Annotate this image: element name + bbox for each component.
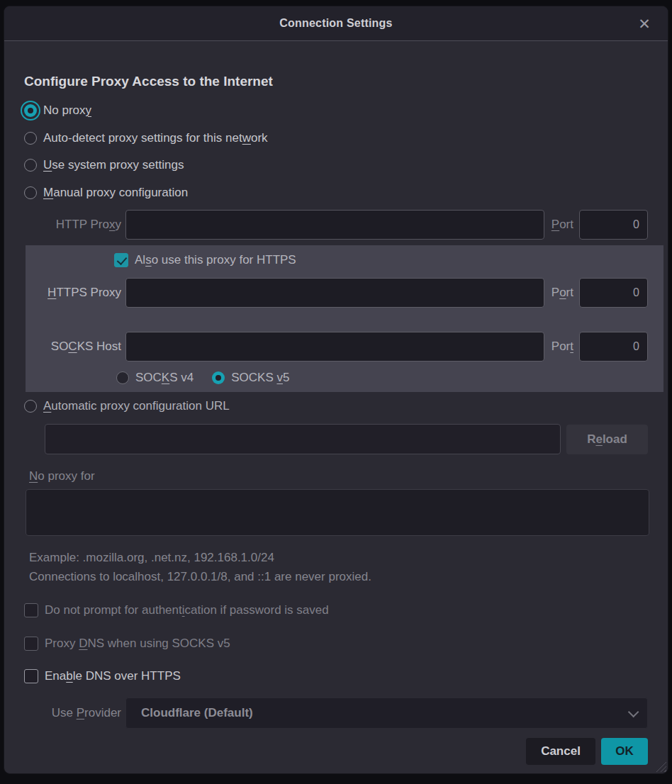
https-port-label: Port — [551, 286, 573, 300]
http-proxy-label: HTTP Proxy — [24, 218, 121, 232]
radio-socks-v4-label: SOCKS v4 — [135, 371, 194, 385]
socks-version-row: SOCKS v4 SOCKS v5 — [116, 370, 648, 386]
dialog-content: Configure Proxy Access to the Internet N… — [4, 41, 668, 773]
socks-port-label: Port — [551, 340, 573, 354]
page-title: Configure Proxy Access to the Internet — [24, 74, 648, 91]
reload-button[interactable]: Reload — [566, 425, 648, 454]
http-proxy-row: HTTP Proxy Port — [24, 210, 648, 240]
http-port-label: Port — [551, 218, 573, 232]
cancel-button[interactable]: Cancel — [526, 738, 595, 765]
http-port-input[interactable] — [579, 210, 648, 240]
provider-select[interactable]: Cloudflare (Default) — [125, 698, 648, 729]
chevron-down-icon — [628, 706, 639, 717]
checkbox-icon — [114, 253, 128, 267]
radio-icon — [24, 186, 37, 199]
checkbox-proxy-dns-socks5-label: Proxy DNS when using SOCKS v5 — [45, 637, 230, 651]
checkbox-enable-doh[interactable]: Enable DNS over HTTPS — [24, 668, 648, 685]
radio-icon — [24, 159, 37, 172]
checkbox-icon — [24, 603, 38, 617]
provider-value: Cloudflare (Default) — [141, 706, 628, 720]
ok-button[interactable]: OK — [601, 738, 648, 765]
close-icon: ✕ — [638, 16, 651, 31]
radio-no-proxy[interactable]: No proxy — [24, 102, 648, 119]
close-button[interactable]: ✕ — [634, 6, 655, 40]
checkbox-icon — [24, 669, 38, 683]
https-proxy-label: HTTPS Proxy — [26, 286, 121, 300]
socks-host-input[interactable] — [125, 332, 544, 362]
auto-url-row: Reload — [45, 424, 648, 454]
radio-icon — [24, 400, 37, 413]
radio-icon — [212, 371, 225, 384]
radio-socks-v5[interactable]: SOCKS v5 — [212, 369, 289, 386]
provider-row: Use Provider Cloudflare (Default) — [24, 698, 648, 729]
radio-auto-detect-label: Auto-detect proxy settings for this netw… — [43, 131, 268, 145]
radio-auto-detect[interactable]: Auto-detect proxy settings for this netw… — [24, 130, 648, 147]
checkbox-proxy-dns-socks5[interactable]: Proxy DNS when using SOCKS v5 — [24, 635, 648, 652]
radio-socks-v5-label: SOCKS v5 — [231, 371, 289, 385]
checkbox-share-https-label: Also use this proxy for HTTPS — [135, 253, 296, 267]
radio-auto-url-label: Automatic proxy configuration URL — [43, 399, 230, 413]
provider-label: Use Provider — [24, 706, 121, 720]
dialog-title: Connection Settings — [279, 17, 392, 30]
radio-no-proxy-label: No proxy — [43, 103, 91, 118]
radio-icon — [24, 104, 37, 117]
https-proxy-input[interactable] — [125, 278, 544, 308]
titlebar: Connection Settings ✕ — [4, 6, 668, 41]
proxy-examples-text: Example: .mozilla.org, .net.nz, 192.168.… — [29, 551, 648, 566]
socks-host-label: SOCKS Host — [26, 340, 121, 354]
https-proxy-row: HTTPS Proxy Port — [26, 278, 648, 308]
radio-system-proxy[interactable]: Use system proxy settings — [24, 157, 648, 174]
radio-icon — [24, 132, 37, 145]
no-proxy-for-label: No proxy for — [29, 469, 648, 485]
radio-system-proxy-label: Use system proxy settings — [43, 158, 184, 172]
radio-icon — [116, 371, 129, 384]
localhost-note-text: Connections to localhost, 127.0.0.1/8, a… — [29, 570, 648, 585]
connection-settings-dialog: Connection Settings ✕ Configure Proxy Ac… — [4, 6, 668, 774]
no-proxy-for-textarea[interactable] — [26, 489, 649, 536]
socks-port-input[interactable] — [579, 332, 648, 362]
checkbox-no-auth-prompt[interactable]: Do not prompt for authentication if pass… — [24, 602, 648, 619]
footer: Cancel OK — [24, 738, 648, 765]
checkbox-enable-doh-label: Enable DNS over HTTPS — [45, 669, 181, 683]
radio-manual-proxy[interactable]: Manual proxy configuration — [24, 184, 648, 201]
https-socks-section: Also use this proxy for HTTPS HTTPS Prox… — [26, 245, 663, 392]
http-proxy-input[interactable] — [125, 210, 544, 240]
auto-url-input[interactable] — [45, 424, 561, 454]
socks-host-row: SOCKS Host Port — [26, 332, 648, 362]
radio-manual-proxy-label: Manual proxy configuration — [43, 186, 188, 200]
checkbox-icon — [24, 637, 38, 651]
checkbox-no-auth-prompt-label: Do not prompt for authentication if pass… — [45, 603, 329, 617]
radio-socks-v4[interactable]: SOCKS v4 — [116, 369, 194, 386]
radio-auto-url[interactable]: Automatic proxy configuration URL — [24, 398, 648, 415]
checkbox-share-https[interactable]: Also use this proxy for HTTPS — [114, 252, 648, 268]
https-port-input[interactable] — [579, 278, 648, 308]
